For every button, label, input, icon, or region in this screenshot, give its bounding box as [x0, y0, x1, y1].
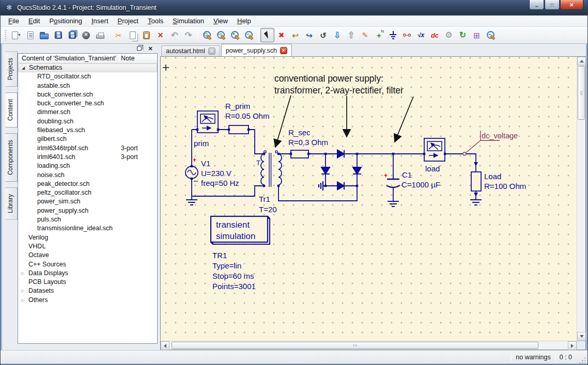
close-button[interactable]: ✕: [560, 0, 583, 10]
tree-item-data-displays[interactable]: ▷Data Displays: [18, 269, 157, 278]
menu-insert[interactable]: Insert: [87, 16, 113, 26]
component-load[interactable]: Load R=100 Ohm: [471, 162, 526, 197]
tree-header-note[interactable]: Note: [117, 54, 134, 63]
flip-button[interactable]: ↪: [302, 28, 316, 42]
port-button[interactable]: o-o: [400, 28, 414, 42]
horizontal-scrollbar[interactable]: [161, 341, 577, 350]
node-label-dc-voltage[interactable]: dc_voltage: [463, 131, 518, 155]
horizontal-scroll-thumb[interactable]: [172, 342, 538, 349]
cut-button[interactable]: ✂: [112, 28, 126, 42]
pop-out-button[interactable]: ⇧: [344, 28, 358, 42]
resize-grip[interactable]: [578, 356, 585, 363]
tree-item-buck-converter-he-sch[interactable]: buck_converter_he.sch: [18, 99, 157, 108]
tree-item-peltz-oscillator-sch[interactable]: peltz_oscillator.sch: [18, 188, 157, 197]
save-button[interactable]: [51, 28, 65, 42]
doc-tab-autostart-html[interactable]: autostart.html✕: [161, 45, 220, 56]
tree-expander-icon[interactable]: ▷: [21, 296, 28, 305]
tree-item-transmissionline-ideal-sch[interactable]: transmissionline_ideal.sch: [18, 224, 157, 233]
tree-item-astable-sch[interactable]: astable.sch: [18, 82, 157, 90]
sidebar-tab-components[interactable]: Components: [5, 133, 18, 182]
move-wire-button[interactable]: ↩: [288, 28, 302, 42]
sidebar-tab-content[interactable]: Content: [5, 92, 18, 128]
menu-edit[interactable]: Edit: [24, 16, 44, 26]
zoom-out-button[interactable]: −: [242, 28, 256, 42]
dock-float-button[interactable]: [135, 45, 143, 52]
maximize-button[interactable]: □: [545, 0, 560, 10]
tree-item-rtd-oscillator-sch[interactable]: RTD_oscillator.sch: [18, 72, 157, 81]
tree-item-dimmer-sch[interactable]: dimmer.sch: [18, 108, 157, 117]
tree-item-octave[interactable]: Octave: [18, 251, 157, 260]
settings-button[interactable]: ⚙: [442, 28, 456, 42]
delete-button[interactable]: ✕: [153, 28, 167, 42]
minimize-button[interactable]: –: [529, 0, 544, 10]
select-button[interactable]: [260, 28, 274, 42]
tree-item-c-sources[interactable]: C++ Sources: [18, 260, 157, 269]
wire-label-button[interactable]: ✎: [358, 28, 372, 42]
tree-item-filebased-vs-sch[interactable]: filebased_vs.sch: [18, 126, 157, 135]
component-v1[interactable]: + V1 U=230 V freq=50 Hz: [185, 156, 239, 187]
close-doc-button[interactable]: [79, 28, 93, 42]
horizontal-scroll-track[interactable]: [169, 341, 568, 350]
tree-expander-icon[interactable]: ▷: [21, 287, 28, 295]
component-c1[interactable]: + C1 C=1000 µF: [384, 170, 440, 189]
menu-project[interactable]: Project: [113, 16, 143, 26]
zoom-in-button[interactable]: +: [228, 28, 242, 42]
menu-view[interactable]: View: [209, 16, 233, 26]
component-r-prim[interactable]: R_prim R=0.05 Ohm: [225, 102, 269, 134]
tree-header-content[interactable]: Content of 'Simulation_Transient': [18, 54, 117, 63]
menu-file[interactable]: File: [4, 16, 24, 26]
tree-item-datasets[interactable]: ▷Datasets: [18, 287, 157, 295]
component-transient-sim[interactable]: transient simulation TR1 Type=lin Stop=6…: [211, 216, 270, 291]
simulate-button[interactable]: ↻: [456, 28, 470, 42]
vertical-scroll-thumb[interactable]: [578, 66, 585, 120]
tree-item-noise-sch[interactable]: noise.sch: [18, 171, 157, 180]
tree-expander-icon[interactable]: ◢: [22, 64, 29, 72]
probe-button[interactable]: ~: [484, 28, 498, 42]
ground-button[interactable]: [386, 28, 400, 42]
tab-close-icon[interactable]: ✕: [280, 47, 287, 54]
zoom-100-button[interactable]: 1:1: [214, 28, 228, 42]
rotate-button[interactable]: ↺: [316, 28, 330, 42]
component-meter-load[interactable]: load: [424, 138, 445, 173]
equation-button[interactable]: √x: [414, 28, 428, 42]
menu-simulation[interactable]: Simulation: [168, 16, 209, 26]
dc-sim-button[interactable]: dc: [428, 28, 442, 42]
component-rectifier[interactable]: [321, 150, 361, 190]
menu-help[interactable]: Help: [233, 16, 256, 26]
tree-expander-icon[interactable]: ▷: [21, 269, 28, 278]
undo-button[interactable]: ↶: [167, 28, 181, 42]
new-text-button[interactable]: [23, 28, 37, 42]
tree-item-gilbert-sch[interactable]: gilbert.sch: [18, 135, 157, 144]
node-name-button[interactable]: +N: [372, 28, 386, 42]
print-button[interactable]: [93, 28, 107, 42]
zoom-fit-button[interactable]: ▢: [200, 28, 214, 42]
tree-item-loading-sch[interactable]: loading.sch: [18, 162, 157, 170]
push-into-button[interactable]: ⇩: [330, 28, 344, 42]
doc-tab-power-supply-sch[interactable]: power_supply.sch✕: [221, 44, 292, 56]
redo-button[interactable]: ↷: [181, 28, 195, 42]
title-bar[interactable]: ✻ QucsStudio 2.4.1 - Project: Simulation…: [1, 0, 587, 15]
menu-positioning[interactable]: Positioning: [44, 16, 87, 26]
tree-item-power-sim-sch[interactable]: power_sim.sch: [18, 197, 157, 206]
tree-item-vhdl[interactable]: VHDL: [18, 242, 157, 251]
scroll-down-button[interactable]: [577, 332, 586, 341]
toolbar-drag-handle[interactable]: [5, 29, 7, 41]
scroll-left-button[interactable]: [161, 341, 169, 350]
tree-item-peak-detector-sch[interactable]: peak_detector.sch: [18, 180, 157, 188]
dock-close-button[interactable]: ✕: [146, 45, 154, 52]
scroll-up-button[interactable]: [577, 57, 586, 66]
tree-item-pcb-layouts[interactable]: PCB Layouts: [18, 278, 157, 287]
tab-close-icon[interactable]: ✕: [208, 47, 215, 55]
delete-mode-button[interactable]: ✖: [274, 28, 288, 42]
paste-button[interactable]: [140, 28, 153, 42]
tree-item-buck-converter-sch[interactable]: buck_converter.sch: [18, 90, 157, 99]
sidebar-tab-library[interactable]: Library: [5, 187, 18, 220]
scroll-right-button[interactable]: [568, 341, 577, 350]
sidebar-tab-projects[interactable]: Projects: [5, 51, 18, 87]
tree-item-power-supply-sch[interactable]: power_supply.sch: [18, 207, 157, 215]
schematic-svg[interactable]: conventional power supply: transformer, …: [161, 57, 577, 341]
save-all-button[interactable]: [65, 28, 79, 42]
tree-item-others[interactable]: ▷Others: [18, 296, 157, 305]
open-button[interactable]: [37, 28, 51, 42]
vertical-scroll-track[interactable]: [577, 66, 585, 332]
